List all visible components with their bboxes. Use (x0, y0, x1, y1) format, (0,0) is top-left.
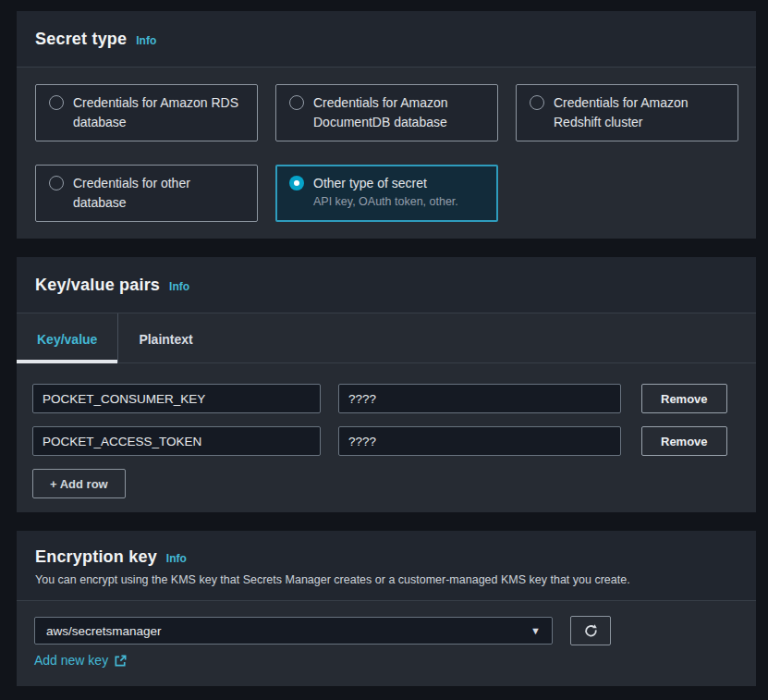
secret-type-header: Secret type Info (17, 11, 756, 68)
option-other-type-of-secret[interactable]: Other type of secret API key, OAuth toke… (275, 165, 498, 222)
option-label: Credentials for Amazon RDS database (73, 93, 246, 132)
keyvalue-row: Remove (32, 384, 738, 413)
value-input[interactable] (338, 384, 621, 413)
keyvalue-pairs-panel: Key/value pairs Info Key/value Plaintext… (17, 257, 756, 512)
encryption-key-info-link[interactable]: Info (166, 552, 187, 565)
keyvalue-content: Remove Remove + Add row (17, 363, 756, 512)
secret-type-options: Credentials for Amazon RDS database Cred… (17, 68, 756, 239)
caret-down-icon: ▼ (530, 625, 541, 636)
option-other-database[interactable]: Credentials for other database (35, 165, 258, 222)
keyvalue-row: Remove (32, 426, 738, 456)
option-rds-database[interactable]: Credentials for Amazon RDS database (35, 84, 258, 141)
tab-key-value[interactable]: Key/value (17, 313, 117, 362)
encryption-key-title: Encryption key (35, 547, 157, 567)
kms-key-select[interactable]: aws/secretsmanager ▼ (34, 617, 553, 645)
encryption-key-panel: Encryption key Info You can encrypt usin… (17, 531, 756, 686)
keyvalue-pairs-info-link[interactable]: Info (169, 280, 189, 293)
radio-icon[interactable] (49, 176, 64, 190)
option-label: Credentials for other database (73, 174, 246, 213)
encryption-key-body: aws/secretsmanager ▼ Add new key (17, 601, 756, 686)
encryption-key-header: Encryption key Info You can encrypt usin… (17, 531, 756, 601)
key-input[interactable] (32, 384, 321, 413)
option-redshift-cluster[interactable]: Credentials for Amazon Redshift cluster (516, 84, 738, 141)
value-input[interactable] (338, 426, 621, 456)
option-label: Credentials for Amazon Redshift cluster (554, 93, 726, 132)
encryption-key-description: You can encrypt using the KMS key that S… (35, 573, 738, 586)
option-label: Other type of secret (313, 174, 458, 193)
add-row-button[interactable]: + Add row (32, 469, 126, 498)
radio-icon[interactable] (289, 95, 304, 110)
tab-plaintext[interactable]: Plaintext (117, 313, 213, 362)
keyvalue-pairs-title: Key/value pairs (35, 276, 160, 295)
radio-icon[interactable] (530, 95, 544, 110)
key-input[interactable] (32, 426, 321, 456)
add-new-key-label: Add new key (34, 653, 108, 668)
secret-type-title: Secret type (35, 30, 127, 49)
option-label: Credentials for Amazon DocumentDB databa… (313, 93, 486, 132)
secret-type-panel: Secret type Info Credentials for Amazon … (17, 11, 756, 239)
secret-type-info-link[interactable]: Info (136, 34, 156, 47)
remove-row-button[interactable]: Remove (641, 384, 727, 413)
add-new-key-link[interactable]: Add new key (34, 653, 128, 668)
kms-key-select-value: aws/secretsmanager (46, 624, 162, 638)
option-description: API key, OAuth token, other. (313, 194, 458, 210)
refresh-button[interactable] (570, 616, 611, 645)
radio-checked-icon[interactable] (289, 176, 304, 190)
keyvalue-tabs: Key/value Plaintext (17, 313, 756, 363)
keyvalue-pairs-header: Key/value pairs Info (17, 257, 756, 313)
refresh-icon (583, 623, 599, 639)
option-documentdb-database[interactable]: Credentials for Amazon DocumentDB databa… (275, 84, 498, 141)
external-link-icon (114, 654, 128, 668)
radio-icon[interactable] (49, 95, 64, 110)
remove-row-button[interactable]: Remove (641, 426, 727, 456)
